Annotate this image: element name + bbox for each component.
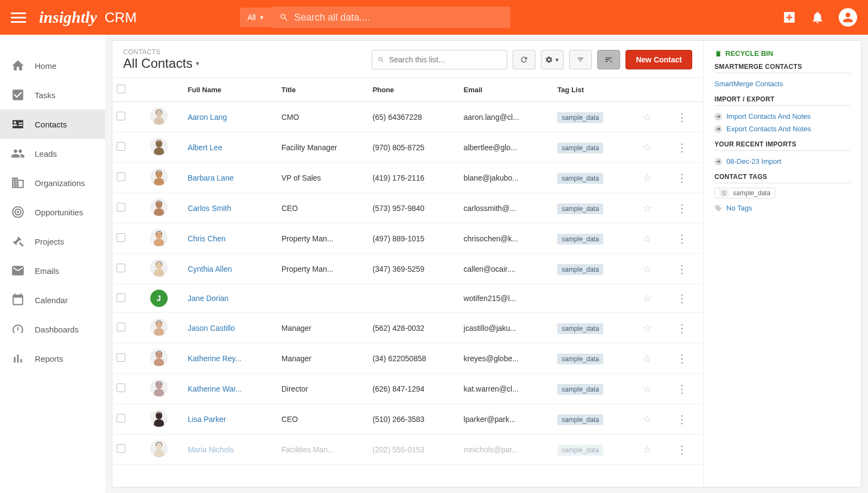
star-icon[interactable]: ☆ xyxy=(643,293,652,304)
contact-name-link[interactable]: Barbara Lane xyxy=(188,174,234,182)
sort-button[interactable] xyxy=(597,50,620,69)
table-row[interactable]: JJane Dorianwotifen215@l...☆⋮ xyxy=(112,284,703,313)
global-search-input[interactable] xyxy=(294,12,503,23)
row-checkbox[interactable] xyxy=(117,142,125,151)
row-menu-icon[interactable]: ⋮ xyxy=(676,172,687,184)
list-search-input[interactable] xyxy=(389,55,501,64)
no-tags-link[interactable]: No Tags xyxy=(714,204,850,212)
row-checkbox[interactable] xyxy=(117,414,125,422)
new-contact-button[interactable]: New Contact xyxy=(626,50,692,69)
list-search[interactable] xyxy=(372,50,507,69)
smartmerge-link[interactable]: SmartMerge Contacts xyxy=(714,78,850,90)
filter-button[interactable] xyxy=(569,50,592,69)
add-new-icon[interactable] xyxy=(782,10,796,24)
row-menu-icon[interactable]: ⋮ xyxy=(676,263,687,275)
row-checkbox[interactable] xyxy=(117,112,125,120)
recycle-bin-link[interactable]: RECYCLE BIN xyxy=(714,49,850,57)
tag-filter-sample-data[interactable]: S sample_data xyxy=(714,188,775,199)
refresh-button[interactable] xyxy=(513,50,535,69)
row-checkbox[interactable] xyxy=(117,233,125,242)
contact-name-link[interactable]: Katherine War... xyxy=(188,385,242,393)
row-checkbox[interactable] xyxy=(117,264,125,272)
row-menu-icon[interactable]: ⋮ xyxy=(676,444,687,456)
row-menu-icon[interactable]: ⋮ xyxy=(676,111,687,123)
row-menu-icon[interactable]: ⋮ xyxy=(676,233,687,245)
user-avatar[interactable] xyxy=(839,8,857,27)
row-checkbox[interactable] xyxy=(117,353,125,362)
star-icon[interactable]: ☆ xyxy=(643,323,652,334)
star-icon[interactable]: ☆ xyxy=(643,142,652,153)
table-row[interactable]: Albert LeeFacility Manager(970) 805-8725… xyxy=(112,132,703,163)
col-email[interactable]: Email xyxy=(459,78,553,102)
table-row[interactable]: Katherine War...Director(626) 847-1294ka… xyxy=(112,374,703,404)
table-row[interactable]: Jason CastilloManager(562) 428-0032jcast… xyxy=(112,313,703,343)
row-menu-icon[interactable]: ⋮ xyxy=(676,142,687,153)
contact-name-link[interactable]: Jane Dorian xyxy=(188,294,229,303)
select-all-checkbox[interactable] xyxy=(117,85,125,93)
tag-badge[interactable]: sample_data xyxy=(557,354,603,364)
sidebar-item-calendar[interactable]: Calendar xyxy=(0,285,105,315)
sidebar-item-organizations[interactable]: Organizations xyxy=(0,168,105,197)
import-link[interactable]: ➜Import Contacts And Notes xyxy=(714,110,850,123)
contact-name-link[interactable]: Jason Castillo xyxy=(188,324,235,332)
tag-badge[interactable]: sample_data xyxy=(557,414,603,425)
contact-name-link[interactable]: Aaron Lang xyxy=(188,113,227,121)
hamburger-menu-icon[interactable] xyxy=(11,10,26,25)
table-row[interactable]: Cynthia AllenProperty Man...(347) 369-52… xyxy=(112,254,703,284)
tag-badge[interactable]: sample_data xyxy=(557,234,603,245)
col-title[interactable]: Title xyxy=(277,78,368,102)
settings-button[interactable]: ▼ xyxy=(541,50,564,69)
tag-badge[interactable]: sample_data xyxy=(557,264,603,275)
col-phone[interactable]: Phone xyxy=(368,78,459,102)
row-menu-icon[interactable]: ⋮ xyxy=(676,383,687,395)
tag-badge[interactable]: sample_data xyxy=(557,445,603,456)
star-icon[interactable]: ☆ xyxy=(643,414,652,425)
contact-name-link[interactable]: Maria Nichols xyxy=(188,445,234,454)
sidebar-item-tasks[interactable]: Tasks xyxy=(0,80,105,110)
table-row[interactable]: Aaron LangCMO(65) 64367228aaron.lang@cl.… xyxy=(112,102,703,132)
global-search[interactable] xyxy=(272,7,510,28)
row-menu-icon[interactable]: ⋮ xyxy=(676,322,687,334)
row-checkbox[interactable] xyxy=(117,444,125,453)
tag-badge[interactable]: sample_data xyxy=(557,203,603,214)
tag-badge[interactable]: sample_data xyxy=(557,143,603,153)
table-row[interactable]: Barbara LaneVP of Sales(419) 176-2116bla… xyxy=(112,163,703,193)
col-full-name[interactable]: Full Name xyxy=(183,78,277,102)
search-scope-dropdown[interactable]: All ▼ xyxy=(240,8,272,27)
contact-name-link[interactable]: Carlos Smith xyxy=(188,204,231,213)
star-icon[interactable]: ☆ xyxy=(643,444,652,455)
row-checkbox[interactable] xyxy=(117,293,125,302)
sidebar-item-home[interactable]: Home xyxy=(0,51,105,80)
export-link[interactable]: ➜Export Contacts And Notes xyxy=(714,123,850,135)
sidebar-item-reports[interactable]: Reports xyxy=(0,344,105,373)
sidebar-item-dashboards[interactable]: Dashboards xyxy=(0,315,105,344)
sidebar-item-opportunities[interactable]: Opportunities xyxy=(0,197,105,227)
row-checkbox[interactable] xyxy=(117,203,125,212)
row-menu-icon[interactable]: ⋮ xyxy=(676,413,687,425)
row-menu-icon[interactable]: ⋮ xyxy=(676,292,687,304)
table-row[interactable]: Chris ChenProperty Man...(497) 889-1015c… xyxy=(112,223,703,254)
row-checkbox[interactable] xyxy=(117,323,125,331)
notifications-icon[interactable] xyxy=(810,10,825,24)
contact-name-link[interactable]: Katherine Rey... xyxy=(188,354,241,363)
star-icon[interactable]: ☆ xyxy=(643,264,652,274)
contact-name-link[interactable]: Chris Chen xyxy=(188,234,226,243)
tag-badge[interactable]: sample_data xyxy=(557,173,603,184)
sidebar-item-contacts[interactable]: Contacts xyxy=(0,110,105,139)
table-row[interactable]: Lisa ParkerCEO(510) 266-3583lparker@park… xyxy=(112,404,703,434)
tag-badge[interactable]: sample_data xyxy=(557,112,603,123)
contact-name-link[interactable]: Albert Lee xyxy=(188,143,222,152)
table-row[interactable]: Maria NicholsFacilities Man...(202) 555-… xyxy=(112,434,703,465)
star-icon[interactable]: ☆ xyxy=(643,353,652,364)
table-row[interactable]: Katherine Rey...Manager(34) 622050858kre… xyxy=(112,343,703,374)
star-icon[interactable]: ☆ xyxy=(643,112,652,123)
sidebar-item-leads[interactable]: Leads xyxy=(0,139,105,168)
col-tag-list[interactable]: Tag List xyxy=(553,78,639,102)
contact-name-link[interactable]: Lisa Parker xyxy=(188,415,226,424)
contact-name-link[interactable]: Cynthia Allen xyxy=(188,265,232,273)
tag-badge[interactable]: sample_data xyxy=(557,384,603,395)
row-menu-icon[interactable]: ⋮ xyxy=(676,202,687,214)
star-icon[interactable]: ☆ xyxy=(643,233,652,244)
sidebar-item-projects[interactable]: Projects xyxy=(0,227,105,256)
row-checkbox[interactable] xyxy=(117,172,125,181)
